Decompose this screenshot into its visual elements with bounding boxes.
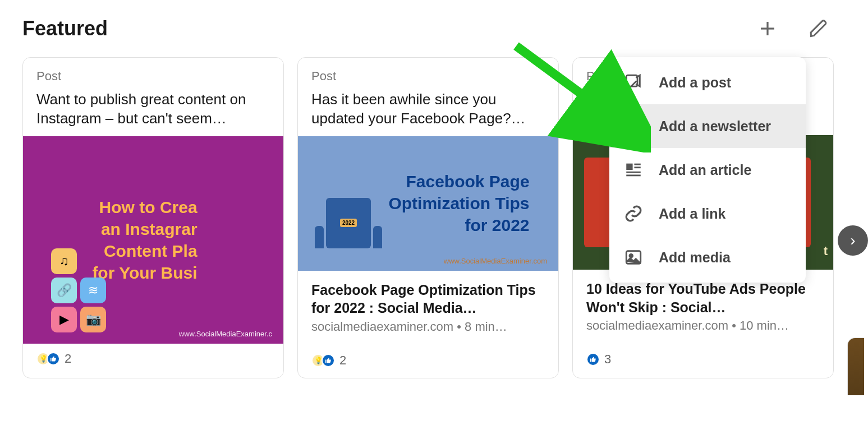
section-title: Featured: [22, 17, 108, 40]
media-icon: [624, 248, 643, 267]
dropdown-item-label: Add an article: [659, 162, 751, 178]
reaction-icons: [586, 353, 600, 366]
dropdown-add-post[interactable]: Add a post: [609, 61, 806, 104]
featured-header: Featured: [22, 17, 846, 40]
card-link-meta: socialmediaexaminer.com • 8 min…: [311, 320, 545, 334]
like-reaction-icon: [322, 354, 335, 367]
card-top: Post Has it been awhile since you update…: [298, 58, 558, 136]
chevron-right-icon: ›: [850, 232, 855, 249]
pencil-icon: [809, 19, 829, 39]
reaction-count: 2: [65, 352, 71, 366]
cards-row: Post Want to publish great content on In…: [22, 57, 846, 378]
dropdown-add-article[interactable]: Add an article: [609, 148, 806, 192]
link-icon: [624, 204, 643, 223]
add-featured-dropdown: Add a post Add a newsletter Add an artic…: [609, 57, 806, 283]
edit-button[interactable]: [809, 19, 829, 39]
like-reaction-icon: [47, 352, 60, 366]
dropdown-item-label: Add media: [659, 249, 731, 266]
card-link-title: 10 Ideas for YouTube Ads People Won't Sk…: [586, 280, 820, 316]
card-image-title: How to Crea an Instagrar Content Pla for…: [92, 196, 214, 284]
card-label: Post: [36, 69, 270, 84]
svg-rect-7: [626, 164, 632, 170]
card-image: 2022 Facebook Page Optimization Tips for…: [298, 136, 558, 271]
like-reaction-icon: [586, 353, 600, 366]
svg-point-13: [630, 254, 633, 257]
dropdown-add-link[interactable]: Add a link: [609, 192, 806, 235]
card-image-watermark: www.SocialMediaExaminer.c: [179, 330, 272, 338]
card-reactions[interactable]: 💡 2: [298, 345, 558, 378]
dropdown-item-label: Add a link: [659, 206, 725, 222]
reaction-count: 3: [604, 352, 611, 367]
add-button[interactable]: [757, 19, 778, 39]
card-link-title: Facebook Page Optimization Tips for 2022…: [311, 281, 545, 317]
compose-icon: [624, 73, 643, 92]
reaction-icons: 💡: [36, 352, 60, 366]
card-link-meta: socialmediaexaminer.com • 10 min…: [586, 318, 820, 333]
card-bottom: Facebook Page Optimization Tips for 2022…: [298, 271, 558, 345]
dropdown-add-media[interactable]: Add media: [609, 235, 806, 279]
plus-icon: [757, 19, 778, 39]
card-top: Post Want to publish great content on In…: [23, 58, 283, 136]
card-image-title: Facebook Page Optimization Tips for 2022: [388, 170, 546, 236]
card-reactions[interactable]: 💡 2: [23, 344, 283, 376]
card-image-watermark: www.SocialMediaExaminer.com: [444, 257, 547, 265]
featured-card[interactable]: Post Has it been awhile since you update…: [297, 57, 559, 378]
card-text: Want to publish great content on Instagr…: [36, 90, 270, 128]
card-reactions[interactable]: 3: [573, 344, 833, 377]
featured-card-partial[interactable]: [847, 337, 864, 395]
card-label: Post: [311, 69, 545, 84]
card-text: Has it been awhile since you updated you…: [311, 90, 545, 128]
dropdown-add-newsletter[interactable]: Add a newsletter: [609, 104, 806, 148]
reaction-count: 2: [339, 353, 346, 368]
article-icon: [624, 160, 643, 179]
reaction-icons: 💡: [311, 354, 335, 367]
dropdown-item-label: Add a post: [659, 75, 731, 91]
carousel-next-button[interactable]: ›: [838, 225, 868, 256]
forklift-icon-grid: ♫ 🔗 ≋ ▶ 📷: [51, 248, 106, 332]
svg-rect-4: [629, 124, 634, 129]
featured-card[interactable]: Post Want to publish great content on In…: [22, 57, 284, 378]
newsletter-icon: [624, 117, 643, 136]
header-actions: [757, 19, 829, 39]
card-image: ♫ 🔗 ≋ ▶ 📷 How to Crea an Instagrar Conte…: [23, 136, 283, 344]
dropdown-item-label: Add a newsletter: [659, 118, 771, 135]
